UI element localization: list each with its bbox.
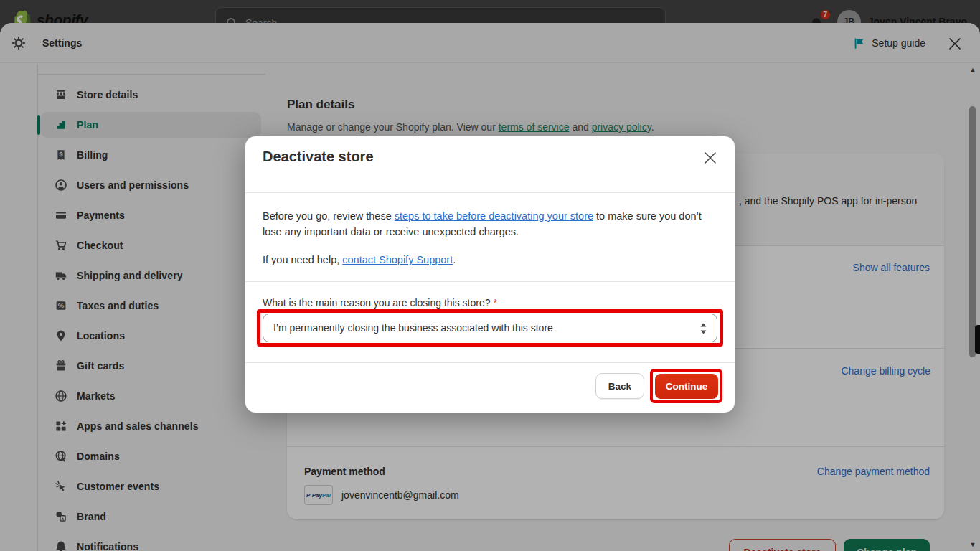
sidebar-item-label: Store details [77,89,138,100]
page-title: Plan details [287,98,354,112]
billing-icon: $ [55,149,67,161]
change-payment-method-link[interactable]: Change payment method [817,466,930,477]
modal-help-text: If you need help, contact Shopify Suppor… [263,254,706,265]
paypal-pal: Pal [322,492,331,499]
sidebar-item-label: Brand [77,511,106,522]
sidebar-item-shipping-and-delivery[interactable]: Shipping and delivery [40,263,261,288]
sidebar-item-label: Apps and sales channels [77,420,199,432]
payment-method-title: Payment method [304,466,385,477]
sidebar-items: Store detailsPlan$BillingUsers and permi… [40,82,261,551]
sidebar-item-brand[interactable]: Brand [40,504,261,529]
setup-guide-label: Setup guide [872,37,925,49]
setup-guide-button[interactable]: Setup guide [853,33,925,53]
notification-count-badge: 7 [819,9,831,21]
deactivate-store-button[interactable]: Deactivate store [729,539,836,551]
gear-icon [11,36,26,50]
select-stepper-icon [699,323,707,334]
deactivation-steps-link[interactable]: steps to take before deactivating your s… [395,210,593,222]
sidebar-item-notifications[interactable]: Notifications [40,534,261,551]
sidebar-item-users-and-permissions[interactable]: Users and permissions [40,172,261,198]
store-details-icon [55,88,67,101]
settings-close-button[interactable] [946,34,964,53]
modal-divider [245,192,735,193]
svg-text:%: % [58,301,65,309]
checkout-icon [55,239,67,252]
sidebar-top-divider [38,65,265,75]
closing-reason-label: What is the main reason you are closing … [263,297,497,309]
modal-divider [245,281,735,282]
contact-support-link[interactable]: contact Shopify Support [342,254,453,265]
sidebar-item-label: Plan [77,119,98,131]
paypal-badge: P PayPal [304,485,333,505]
sidebar-item-taxes-and-duties[interactable]: %Taxes and duties [40,293,261,319]
taxes-icon: % [55,299,67,312]
sidebar-item-gift-cards[interactable]: Gift cards [40,353,261,379]
sidebar-item-label: Payments [77,209,125,221]
users-icon [55,179,67,192]
markets-icon [55,390,67,402]
subtitle-text: Manage or change your Shopify plan. View… [287,121,499,133]
required-asterisk: * [493,297,496,309]
settings-sidebar: Store detailsPlan$BillingUsers and permi… [37,65,265,551]
gift-cards-icon [55,359,67,372]
scrollbar[interactable]: ▲ ▼ [967,63,979,551]
sidebar-item-store-details[interactable]: Store details [40,82,261,108]
settings-header: Settings Setup guide [0,23,980,63]
change-billing-cycle-link[interactable]: Change billing cycle [841,365,930,377]
help-text: If you need help, [263,254,342,265]
notifications-icon [55,540,67,551]
scroll-down-arrow[interactable]: ▼ [969,541,977,548]
paypal-p: P [306,492,310,499]
shipping-icon [55,269,67,282]
sidebar-item-label: Users and permissions [77,179,189,191]
sidebar-item-plan[interactable]: Plan [40,112,261,138]
show-all-features-link[interactable]: Show all features [853,262,930,273]
sidebar-item-label: Taxes and duties [77,300,159,311]
paypal-pay: Pay [312,492,322,499]
terms-of-service-link[interactable]: terms of service [499,121,570,133]
domains-icon [55,450,67,463]
scroll-up-arrow[interactable]: ▲ [969,66,977,73]
sidebar-item-billing[interactable]: $Billing [40,142,261,168]
sidebar-item-apps-and-sales-channels[interactable]: Apps and sales channels [40,413,261,439]
mouse-cursor [975,325,980,354]
scrollbar-thumb[interactable] [969,106,976,357]
privacy-policy-link[interactable]: privacy policy [592,121,651,133]
continue-button[interactable]: Continue [655,374,718,399]
back-button[interactable]: Back [595,373,644,399]
card-divider [287,446,944,447]
sidebar-item-locations[interactable]: Locations [40,323,261,349]
sidebar-item-label: Domains [77,451,120,462]
sidebar-item-domains[interactable]: Domains [40,443,261,469]
modal-close-button[interactable] [700,148,720,168]
sidebar-item-checkout[interactable]: Checkout [40,232,261,258]
sidebar-item-label: Locations [77,330,125,342]
plan-description-fragment: , and the Shopify POS app for in-person [739,195,940,207]
label-text: What is the main reason you are closing … [263,297,493,309]
modal-divider [245,362,735,363]
sidebar-item-label: Billing [77,149,108,161]
close-icon [947,36,963,52]
sidebar-item-label: Markets [77,390,116,402]
close-icon [702,149,719,166]
svg-text:$: $ [59,151,62,158]
sidebar-item-label: Customer events [77,481,159,492]
modal-title: Deactivate store [263,149,374,165]
page-actions: Deactivate store Change plan [287,539,944,551]
sidebar-item-payments[interactable]: Payments [40,202,261,228]
body-text: Before you go, review these [263,210,395,222]
deactivate-store-modal: Deactivate store Before you go, review t… [245,136,735,413]
sidebar-item-customer-events[interactable]: Customer events [40,474,261,499]
selected-reason-value: I’m permanently closing the business ass… [273,322,553,334]
sidebar-item-label: Notifications [77,541,138,551]
payment-email: jovenvincentb@gmail.com [341,489,459,501]
sidebar-item-label: Checkout [77,240,123,251]
locations-icon [55,329,67,342]
apps-icon [55,420,67,433]
closing-reason-select[interactable]: I’m permanently closing the business ass… [263,314,717,342]
help-text: . [453,254,456,265]
sidebar-item-label: Gift cards [77,360,124,372]
sidebar-item-markets[interactable]: Markets [40,383,261,409]
change-plan-button[interactable]: Change plan [844,539,930,551]
page-subtitle: Manage or change your Shopify plan. View… [287,121,654,133]
